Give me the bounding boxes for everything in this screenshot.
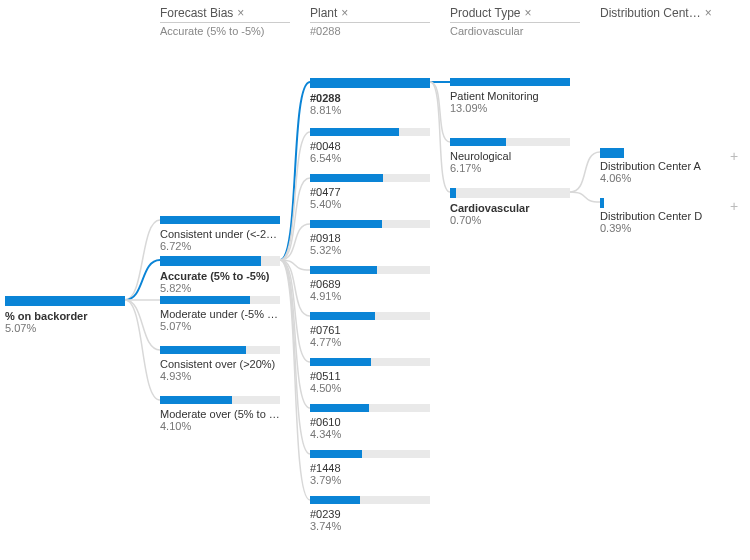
bar	[310, 78, 430, 88]
node-value: 4.93%	[160, 370, 280, 382]
close-icon[interactable]: ×	[237, 6, 244, 20]
products-node[interactable]: Patient Monitoring13.09%	[450, 78, 570, 114]
node-label: #0918	[310, 232, 430, 244]
node-value: 4.77%	[310, 336, 430, 348]
bar	[600, 198, 720, 206]
bar	[160, 296, 280, 304]
node-label: Accurate (5% to -5%)	[160, 270, 280, 282]
close-icon[interactable]: ×	[705, 6, 712, 20]
plants-node[interactable]: #02888.81%	[310, 78, 430, 116]
plants-node[interactable]: #06894.91%	[310, 266, 430, 302]
plants-node[interactable]: #04775.40%	[310, 174, 430, 210]
node-label: Distribution Center A	[600, 160, 720, 172]
node-label: Cardiovascular	[450, 202, 570, 214]
node-label: Distribution Center D	[600, 210, 720, 222]
products-node[interactable]: Cardiovascular0.70%	[450, 188, 570, 226]
bar	[310, 450, 430, 458]
bar	[5, 296, 125, 306]
node-label: #0689	[310, 278, 430, 290]
plants-node[interactable]: #00486.54%	[310, 128, 430, 164]
bar	[600, 148, 720, 156]
root-node[interactable]: % on backorder 5.07%	[5, 296, 125, 334]
node-value: 0.70%	[450, 214, 570, 226]
forecast-node[interactable]: Consistent over (>20%)4.93%	[160, 346, 280, 382]
forecast-node[interactable]: Accurate (5% to -5%)5.82%	[160, 256, 280, 294]
plants-node[interactable]: #07614.77%	[310, 312, 430, 348]
bar	[450, 138, 570, 146]
node-value: 3.79%	[310, 474, 430, 486]
node-value: 0.39%	[600, 222, 720, 234]
forecast-node[interactable]: Moderate over (5% to …4.10%	[160, 396, 280, 432]
forecast-node[interactable]: Consistent under (<-2…6.72%	[160, 216, 280, 252]
node-value: 4.34%	[310, 428, 430, 440]
bar	[310, 404, 430, 412]
col-sub: Cardiovascular	[450, 22, 580, 37]
forecast-node[interactable]: Moderate under (-5% …5.07%	[160, 296, 280, 332]
plants-node[interactable]: #06104.34%	[310, 404, 430, 440]
close-icon[interactable]: ×	[341, 6, 348, 20]
col-header-distribution-center: Distribution Cent…×	[600, 6, 730, 20]
node-label: #0761	[310, 324, 430, 336]
node-label: #0511	[310, 370, 430, 382]
node-value: 6.72%	[160, 240, 280, 252]
col-header-forecast-bias: Forecast Bias× Accurate (5% to -5%)	[160, 6, 290, 37]
node-value: 4.10%	[160, 420, 280, 432]
node-label: Consistent under (<-2…	[160, 228, 280, 240]
col-title: Product Type	[450, 6, 521, 20]
node-label: % on backorder	[5, 310, 125, 322]
dist-node[interactable]: Distribution Center A4.06%	[600, 148, 720, 184]
plants-node[interactable]: #09185.32%	[310, 220, 430, 256]
bar	[450, 188, 570, 198]
node-label: Neurological	[450, 150, 570, 162]
bar	[160, 396, 280, 404]
node-value: 5.07%	[160, 320, 280, 332]
bar	[310, 496, 430, 504]
node-label: #0239	[310, 508, 430, 520]
node-value: 3.74%	[310, 520, 430, 532]
node-label: Consistent over (>20%)	[160, 358, 280, 370]
node-label: #0288	[310, 92, 430, 104]
node-value: 5.32%	[310, 244, 430, 256]
expand-icon[interactable]: +	[730, 148, 738, 164]
node-value: 4.91%	[310, 290, 430, 302]
plants-node[interactable]: #14483.79%	[310, 450, 430, 486]
plants-node[interactable]: #02393.74%	[310, 496, 430, 532]
node-label: #0477	[310, 186, 430, 198]
bar	[310, 174, 430, 182]
node-value: 5.40%	[310, 198, 430, 210]
col-title: Forecast Bias	[160, 6, 233, 20]
col-title: Plant	[310, 6, 337, 20]
node-label: #1448	[310, 462, 430, 474]
expand-icon[interactable]: +	[730, 198, 738, 214]
plants-node[interactable]: #05114.50%	[310, 358, 430, 394]
products-node[interactable]: Neurological6.17%	[450, 138, 570, 174]
bar	[160, 346, 280, 354]
col-header-product-type: Product Type× Cardiovascular	[450, 6, 580, 37]
node-label: #0048	[310, 140, 430, 152]
bar	[450, 78, 570, 86]
node-label: Moderate over (5% to …	[160, 408, 280, 420]
node-value: 13.09%	[450, 102, 570, 114]
bar	[310, 220, 430, 228]
col-header-plant: Plant× #0288	[310, 6, 430, 37]
node-value: 4.06%	[600, 172, 720, 184]
bar	[310, 312, 430, 320]
bar	[160, 256, 280, 266]
bar	[310, 128, 430, 136]
node-label: #0610	[310, 416, 430, 428]
node-value: 5.82%	[160, 282, 280, 294]
col-title: Distribution Cent…	[600, 6, 701, 20]
bar	[160, 216, 280, 224]
node-value: 8.81%	[310, 104, 430, 116]
node-value: 5.07%	[5, 322, 125, 334]
bar	[310, 266, 430, 274]
dist-node[interactable]: Distribution Center D0.39%	[600, 198, 720, 234]
node-label: Moderate under (-5% …	[160, 308, 280, 320]
col-sub: Accurate (5% to -5%)	[160, 22, 290, 37]
node-value: 4.50%	[310, 382, 430, 394]
node-label: Patient Monitoring	[450, 90, 570, 102]
node-value: 6.54%	[310, 152, 430, 164]
bar	[310, 358, 430, 366]
node-value: 6.17%	[450, 162, 570, 174]
close-icon[interactable]: ×	[525, 6, 532, 20]
